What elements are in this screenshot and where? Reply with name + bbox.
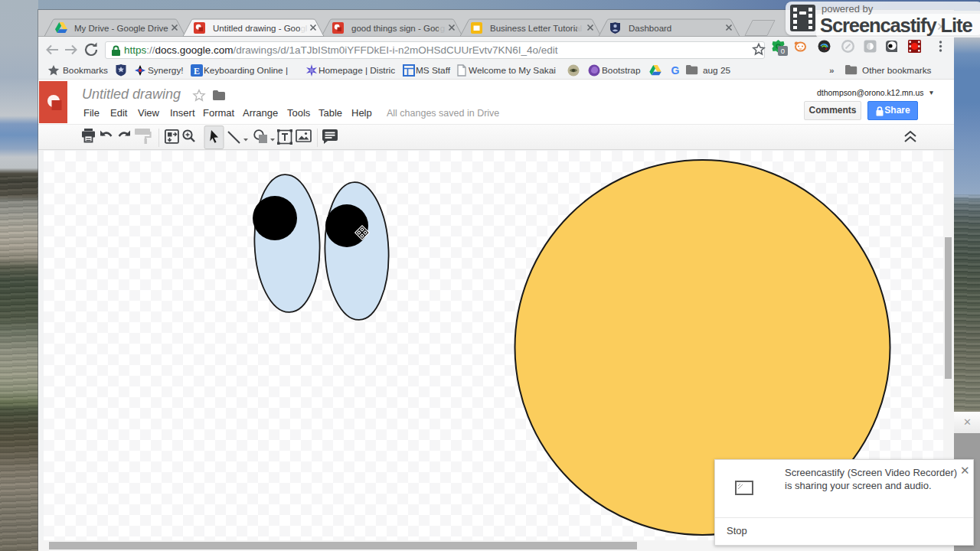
svg-text:Dashboard: Dashboard	[629, 24, 671, 33]
svg-text:G: G	[671, 64, 680, 77]
svg-text:My Drive - Google Drive: My Drive - Google Drive	[74, 24, 168, 33]
svg-text:E: E	[194, 66, 200, 77]
svg-text:Untitled drawing - Googl: Untitled drawing - Googl	[213, 24, 307, 33]
svg-text:good things sign - Goog: good things sign - Goog	[351, 24, 445, 33]
svg-text:Business Letter Tutorial: Business Letter Tutorial	[490, 24, 582, 33]
